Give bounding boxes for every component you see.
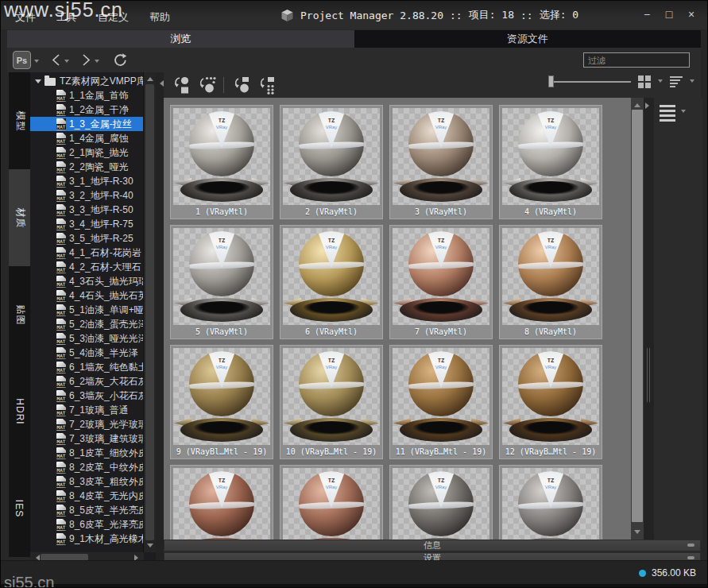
tree-item[interactable]: MAT5_3油漆_哑光光泽: [30, 331, 144, 346]
tree-item[interactable]: MAT3_2_地坪-R-40: [30, 188, 144, 203]
tree-item[interactable]: MAT8_5皮革_半光亮皮: [30, 503, 144, 517]
caret-down-icon[interactable]: [95, 60, 99, 65]
tree-item[interactable]: MAT1_3_金属-拉丝: [30, 117, 144, 131]
tree-root-item[interactable]: TZ素材网之VMPP库: [30, 74, 144, 88]
material-preview-image: TZVRay: [173, 228, 270, 325]
material-thumbnail[interactable]: TZVRay12 (VRayB…Mtl - 19): [499, 345, 602, 459]
photoshop-button[interactable]: Ps: [13, 51, 31, 69]
tree-item[interactable]: MAT4_1_石材-花岗岩: [30, 246, 144, 260]
slider-handle[interactable]: [548, 75, 554, 87]
tree-item[interactable]: MAT7_1玻璃_普通: [30, 403, 144, 417]
caret-down-icon[interactable]: [64, 60, 69, 65]
material-thumbnail[interactable]: TZVRay7 (VRayMtl): [389, 225, 493, 339]
material-thumbnail[interactable]: TZVRay: [499, 465, 602, 540]
tree-item[interactable]: MAT4_4石头_抛光石英: [30, 288, 144, 303]
scroll-down-icon[interactable]: [144, 544, 156, 551]
material-thumbnail[interactable]: TZVRay: [170, 465, 273, 540]
material-thumbnail[interactable]: TZVRay9 (VRayBl…Mtl - 19): [170, 345, 273, 459]
tree-item[interactable]: MAT8_3皮革_粗纹外皮: [30, 474, 144, 489]
tree-item[interactable]: MAT5_1油漆_单调+哑光: [30, 303, 144, 317]
caret-down-icon[interactable]: [690, 79, 694, 85]
close-button[interactable]: ×: [685, 7, 698, 21]
tree-item[interactable]: MAT7_3玻璃_建筑玻璃: [30, 431, 144, 446]
category-tab-map[interactable]: 贴图: [9, 266, 30, 363]
caret-down-icon[interactable]: [658, 79, 663, 85]
material-thumbnail[interactable]: TZVRay6 (VRayMtl): [280, 225, 383, 339]
right-panel-splitter[interactable]: [644, 98, 654, 540]
splitter-grip[interactable]: [647, 348, 648, 402]
minimize-button[interactable]: −: [640, 7, 653, 21]
tree-item[interactable]: MAT5_2油漆_蛋壳光泽: [30, 317, 144, 331]
menu-item-tools[interactable]: 工具: [48, 9, 85, 26]
forward-button[interactable]: [81, 53, 91, 67]
get-material-from-selection-button[interactable]: [195, 75, 217, 95]
tree-vertical-scrollbar[interactable]: [143, 72, 156, 552]
tree-item[interactable]: MAT3_1_地坪-R-30: [30, 174, 144, 188]
material-thumbnail[interactable]: TZVRay4 (VRayMtl): [499, 105, 602, 219]
material-thumbnail[interactable]: TZVRay11 (VRayB…Mtl - 19): [389, 345, 493, 459]
material-thumbnail[interactable]: TZVRay: [280, 465, 383, 540]
caret-down-icon[interactable]: [34, 60, 39, 65]
grid-view-icon[interactable]: [638, 75, 651, 88]
panel-menu-button[interactable]: [660, 105, 686, 122]
expand-arrow-icon[interactable]: [35, 79, 41, 87]
scrollbar-thumb[interactable]: [632, 110, 643, 522]
tree-item[interactable]: MAT3_5_地坪-R-25: [30, 231, 144, 246]
tree-item[interactable]: MAT5_4油漆_半光泽: [30, 346, 144, 360]
tree-item[interactable]: MAT2_1陶瓷_抛光: [30, 145, 144, 160]
tree-item[interactable]: MAT1_1金属_首饰: [30, 88, 144, 103]
render-all-previews-button[interactable]: [256, 75, 277, 95]
info-panel-label: 信息: [424, 540, 441, 551]
view-controls: [548, 75, 694, 88]
tree-item[interactable]: MAT3_3_地坪-R-50: [30, 203, 144, 217]
menu-item-help[interactable]: 帮助: [141, 9, 178, 26]
info-panel-header[interactable]: 信息: [164, 540, 701, 551]
scroll-down-icon[interactable]: [631, 530, 644, 537]
tree-item[interactable]: MAT1_4金属_腐蚀: [30, 131, 144, 145]
tab-assets[interactable]: 资源文件: [354, 30, 702, 48]
tree-item[interactable]: MAT6_1墙灰_纯色黏土: [30, 360, 144, 374]
tree-item[interactable]: MAT8_4皮革_无光内皮: [30, 489, 144, 503]
tree-item[interactable]: MAT4_3石头_抛光玛瑙: [30, 274, 144, 288]
refresh-button[interactable]: [112, 52, 127, 68]
tree-item[interactable]: MAT6_2墙灰_大花石灰: [30, 374, 144, 389]
tree-item[interactable]: MAT1_2金属_干净: [30, 103, 144, 117]
material-thumbnail[interactable]: TZVRay5 (VRayMtl): [170, 225, 273, 339]
material-thumbnail[interactable]: TZVRay: [389, 465, 493, 540]
assign-material-to-selection-button[interactable]: [170, 75, 192, 95]
tree-item[interactable]: MAT8_2皮革_中纹外皮: [30, 460, 144, 474]
sort-order-icon[interactable]: [670, 76, 683, 87]
tree-item[interactable]: MAT8_6皮革_光泽亮皮: [30, 517, 144, 532]
menu-item-customize[interactable]: 自定义: [90, 9, 137, 26]
render-selected-preview-button[interactable]: [230, 75, 252, 95]
tree-item[interactable]: MAT2_2陶瓷_哑光: [30, 160, 144, 174]
category-tab-model[interactable]: 模型: [9, 72, 30, 169]
filter-input[interactable]: [583, 52, 690, 68]
category-tab-material[interactable]: 材质: [9, 169, 30, 266]
menu-item-file[interactable]: 文件: [7, 9, 44, 26]
category-tab-ies[interactable]: IES: [9, 460, 30, 557]
material-thumbnail[interactable]: TZVRay1 (VRayMtl): [170, 105, 273, 219]
maximize-button[interactable]: □: [663, 7, 675, 21]
tree-item[interactable]: MAT6_3墙灰_小花石灰: [30, 389, 144, 403]
expand-right-icon[interactable]: [644, 103, 654, 109]
tree-item[interactable]: MAT3_4_地坪-R-75: [30, 217, 144, 231]
material-thumbnail[interactable]: TZVRay10 (VRayB…Mtl - 19): [280, 345, 383, 459]
material-thumbnail[interactable]: TZVRay3 (VRayMtl): [389, 105, 493, 219]
tree-item[interactable]: MAT9_1木材_高光橡木: [30, 532, 144, 546]
material-thumbnail[interactable]: TZVRay8 (VRayMtl): [499, 225, 602, 339]
tree-item[interactable]: MAT7_2玻璃_光学玻璃: [30, 417, 144, 431]
grid-vertical-scrollbar[interactable]: [631, 98, 644, 540]
back-button[interactable]: [51, 53, 61, 67]
category-tab-hdri[interactable]: HDRI: [9, 363, 30, 460]
scrollbar-thumb[interactable]: [145, 84, 154, 540]
tab-browse[interactable]: 浏览: [7, 30, 354, 48]
thumbnail-size-slider[interactable]: [548, 75, 631, 88]
scroll-up-icon[interactable]: [144, 74, 156, 81]
tree-item[interactable]: MAT4_2_石材-大理石: [30, 260, 144, 274]
collapse-left-icon[interactable]: [156, 80, 164, 87]
scroll-up-icon[interactable]: [631, 100, 644, 107]
material-thumbnail[interactable]: TZVRay2 (VRayMtl): [280, 105, 383, 219]
left-panel-splitter[interactable]: [156, 72, 164, 563]
tree-item[interactable]: MAT8_1皮革_细纹外皮: [30, 446, 144, 460]
